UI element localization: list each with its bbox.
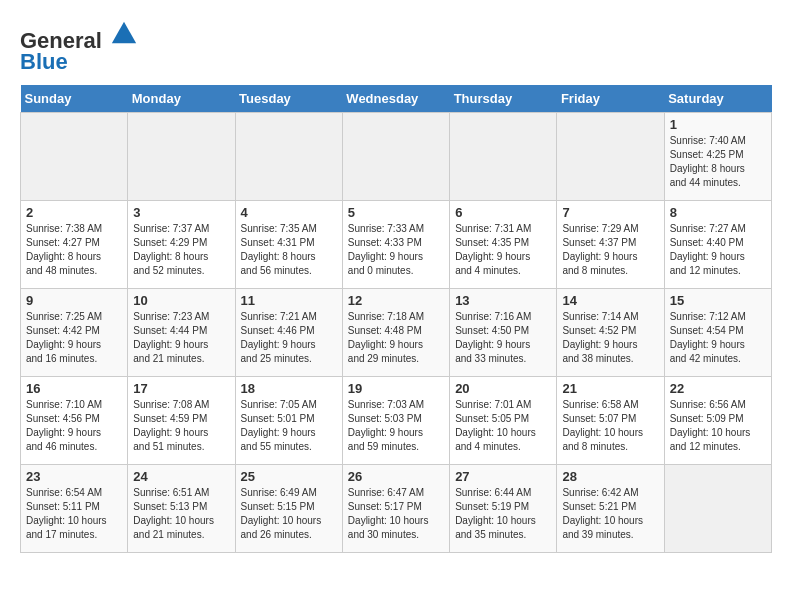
day-info: Sunrise: 7:29 AM Sunset: 4:37 PM Dayligh… <box>562 222 658 278</box>
day-number: 4 <box>241 205 337 220</box>
calendar-cell: 4Sunrise: 7:35 AM Sunset: 4:31 PM Daylig… <box>235 201 342 289</box>
calendar-cell <box>342 113 449 201</box>
day-info: Sunrise: 7:37 AM Sunset: 4:29 PM Dayligh… <box>133 222 229 278</box>
day-number: 28 <box>562 469 658 484</box>
day-info: Sunrise: 7:18 AM Sunset: 4:48 PM Dayligh… <box>348 310 444 366</box>
day-info: Sunrise: 7:40 AM Sunset: 4:25 PM Dayligh… <box>670 134 766 190</box>
calendar-table: SundayMondayTuesdayWednesdayThursdayFrid… <box>20 85 772 553</box>
calendar-cell: 12Sunrise: 7:18 AM Sunset: 4:48 PM Dayli… <box>342 289 449 377</box>
day-info: Sunrise: 6:51 AM Sunset: 5:13 PM Dayligh… <box>133 486 229 542</box>
day-info: Sunrise: 7:05 AM Sunset: 5:01 PM Dayligh… <box>241 398 337 454</box>
day-number: 20 <box>455 381 551 396</box>
calendar-cell <box>557 113 664 201</box>
day-info: Sunrise: 7:03 AM Sunset: 5:03 PM Dayligh… <box>348 398 444 454</box>
day-info: Sunrise: 7:12 AM Sunset: 4:54 PM Dayligh… <box>670 310 766 366</box>
calendar-cell: 24Sunrise: 6:51 AM Sunset: 5:13 PM Dayli… <box>128 465 235 553</box>
column-header-wednesday: Wednesday <box>342 85 449 113</box>
calendar-cell: 3Sunrise: 7:37 AM Sunset: 4:29 PM Daylig… <box>128 201 235 289</box>
calendar-cell: 2Sunrise: 7:38 AM Sunset: 4:27 PM Daylig… <box>21 201 128 289</box>
day-number: 25 <box>241 469 337 484</box>
day-info: Sunrise: 6:44 AM Sunset: 5:19 PM Dayligh… <box>455 486 551 542</box>
day-info: Sunrise: 7:16 AM Sunset: 4:50 PM Dayligh… <box>455 310 551 366</box>
column-header-thursday: Thursday <box>450 85 557 113</box>
day-number: 14 <box>562 293 658 308</box>
day-number: 19 <box>348 381 444 396</box>
column-header-monday: Monday <box>128 85 235 113</box>
day-number: 2 <box>26 205 122 220</box>
day-number: 21 <box>562 381 658 396</box>
day-info: Sunrise: 7:10 AM Sunset: 4:56 PM Dayligh… <box>26 398 122 454</box>
day-number: 5 <box>348 205 444 220</box>
day-info: Sunrise: 6:56 AM Sunset: 5:09 PM Dayligh… <box>670 398 766 454</box>
calendar-cell: 7Sunrise: 7:29 AM Sunset: 4:37 PM Daylig… <box>557 201 664 289</box>
calendar-cell: 6Sunrise: 7:31 AM Sunset: 4:35 PM Daylig… <box>450 201 557 289</box>
page-header: General Blue <box>20 20 772 75</box>
calendar-cell: 25Sunrise: 6:49 AM Sunset: 5:15 PM Dayli… <box>235 465 342 553</box>
calendar-cell <box>235 113 342 201</box>
day-info: Sunrise: 7:01 AM Sunset: 5:05 PM Dayligh… <box>455 398 551 454</box>
day-info: Sunrise: 6:42 AM Sunset: 5:21 PM Dayligh… <box>562 486 658 542</box>
day-number: 18 <box>241 381 337 396</box>
day-number: 24 <box>133 469 229 484</box>
column-header-tuesday: Tuesday <box>235 85 342 113</box>
day-info: Sunrise: 6:47 AM Sunset: 5:17 PM Dayligh… <box>348 486 444 542</box>
day-info: Sunrise: 7:25 AM Sunset: 4:42 PM Dayligh… <box>26 310 122 366</box>
day-number: 26 <box>348 469 444 484</box>
day-number: 8 <box>670 205 766 220</box>
calendar-cell <box>450 113 557 201</box>
calendar-cell: 20Sunrise: 7:01 AM Sunset: 5:05 PM Dayli… <box>450 377 557 465</box>
day-number: 22 <box>670 381 766 396</box>
calendar-cell: 5Sunrise: 7:33 AM Sunset: 4:33 PM Daylig… <box>342 201 449 289</box>
calendar-cell <box>21 113 128 201</box>
calendar-cell: 14Sunrise: 7:14 AM Sunset: 4:52 PM Dayli… <box>557 289 664 377</box>
day-number: 3 <box>133 205 229 220</box>
calendar-cell: 15Sunrise: 7:12 AM Sunset: 4:54 PM Dayli… <box>664 289 771 377</box>
day-number: 9 <box>26 293 122 308</box>
day-number: 23 <box>26 469 122 484</box>
column-header-sunday: Sunday <box>21 85 128 113</box>
calendar-cell: 23Sunrise: 6:54 AM Sunset: 5:11 PM Dayli… <box>21 465 128 553</box>
day-number: 27 <box>455 469 551 484</box>
day-number: 12 <box>348 293 444 308</box>
calendar-cell: 11Sunrise: 7:21 AM Sunset: 4:46 PM Dayli… <box>235 289 342 377</box>
calendar-cell: 26Sunrise: 6:47 AM Sunset: 5:17 PM Dayli… <box>342 465 449 553</box>
day-number: 1 <box>670 117 766 132</box>
calendar-cell: 18Sunrise: 7:05 AM Sunset: 5:01 PM Dayli… <box>235 377 342 465</box>
calendar-cell: 16Sunrise: 7:10 AM Sunset: 4:56 PM Dayli… <box>21 377 128 465</box>
day-number: 7 <box>562 205 658 220</box>
calendar-cell: 19Sunrise: 7:03 AM Sunset: 5:03 PM Dayli… <box>342 377 449 465</box>
day-number: 15 <box>670 293 766 308</box>
day-number: 16 <box>26 381 122 396</box>
calendar-cell: 22Sunrise: 6:56 AM Sunset: 5:09 PM Dayli… <box>664 377 771 465</box>
day-info: Sunrise: 6:49 AM Sunset: 5:15 PM Dayligh… <box>241 486 337 542</box>
column-header-friday: Friday <box>557 85 664 113</box>
logo: General Blue <box>20 20 138 75</box>
calendar-cell: 8Sunrise: 7:27 AM Sunset: 4:40 PM Daylig… <box>664 201 771 289</box>
day-info: Sunrise: 7:14 AM Sunset: 4:52 PM Dayligh… <box>562 310 658 366</box>
day-info: Sunrise: 7:31 AM Sunset: 4:35 PM Dayligh… <box>455 222 551 278</box>
day-info: Sunrise: 6:54 AM Sunset: 5:11 PM Dayligh… <box>26 486 122 542</box>
day-number: 10 <box>133 293 229 308</box>
day-info: Sunrise: 7:23 AM Sunset: 4:44 PM Dayligh… <box>133 310 229 366</box>
calendar-cell: 21Sunrise: 6:58 AM Sunset: 5:07 PM Dayli… <box>557 377 664 465</box>
calendar-cell: 13Sunrise: 7:16 AM Sunset: 4:50 PM Dayli… <box>450 289 557 377</box>
day-info: Sunrise: 7:27 AM Sunset: 4:40 PM Dayligh… <box>670 222 766 278</box>
day-number: 6 <box>455 205 551 220</box>
day-info: Sunrise: 6:58 AM Sunset: 5:07 PM Dayligh… <box>562 398 658 454</box>
calendar-cell: 28Sunrise: 6:42 AM Sunset: 5:21 PM Dayli… <box>557 465 664 553</box>
day-info: Sunrise: 7:33 AM Sunset: 4:33 PM Dayligh… <box>348 222 444 278</box>
day-number: 11 <box>241 293 337 308</box>
column-header-saturday: Saturday <box>664 85 771 113</box>
calendar-cell <box>128 113 235 201</box>
logo-icon <box>110 20 138 48</box>
day-number: 13 <box>455 293 551 308</box>
svg-marker-0 <box>112 22 136 43</box>
calendar-cell: 9Sunrise: 7:25 AM Sunset: 4:42 PM Daylig… <box>21 289 128 377</box>
day-info: Sunrise: 7:35 AM Sunset: 4:31 PM Dayligh… <box>241 222 337 278</box>
calendar-cell: 10Sunrise: 7:23 AM Sunset: 4:44 PM Dayli… <box>128 289 235 377</box>
day-number: 17 <box>133 381 229 396</box>
calendar-cell <box>664 465 771 553</box>
calendar-cell: 1Sunrise: 7:40 AM Sunset: 4:25 PM Daylig… <box>664 113 771 201</box>
calendar-cell: 17Sunrise: 7:08 AM Sunset: 4:59 PM Dayli… <box>128 377 235 465</box>
day-info: Sunrise: 7:38 AM Sunset: 4:27 PM Dayligh… <box>26 222 122 278</box>
